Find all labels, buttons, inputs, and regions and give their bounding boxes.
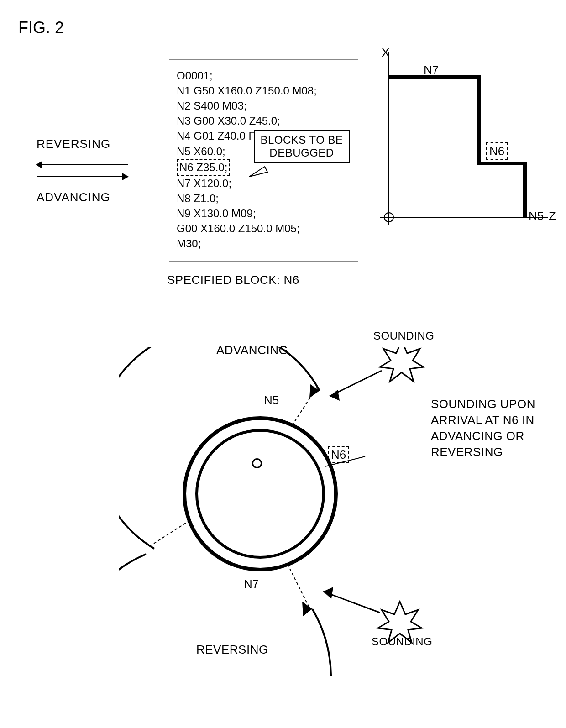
dial-advancing-label: ADVANCING bbox=[216, 343, 288, 357]
code-line: N3 G00 X30.0 Z45.0; bbox=[177, 113, 351, 128]
plot-n6: N6 bbox=[486, 142, 508, 160]
xz-plot: X Z N7 N5 N6 bbox=[373, 46, 556, 237]
code-line: N9 X130.0 M09; bbox=[177, 206, 351, 221]
svg-line-6 bbox=[152, 520, 190, 545]
arrows-block: REVERSING ADVANCING bbox=[37, 137, 128, 214]
x-axis-label: X bbox=[382, 46, 389, 60]
sounding-bottom: SOUNDING bbox=[372, 635, 431, 648]
plot-n7: N7 bbox=[424, 63, 439, 77]
advancing-label: ADVANCING bbox=[37, 190, 128, 204]
callout-tail-icon bbox=[249, 166, 269, 184]
code-line: N1 G50 X160.0 Z150.0 M08; bbox=[177, 83, 351, 98]
code-line: M30; bbox=[177, 236, 351, 251]
figure-label: FIG. 2 bbox=[18, 18, 64, 37]
code-line: O0001; bbox=[177, 68, 351, 83]
code-line: N8 Z1.0; bbox=[177, 191, 351, 206]
arrow-set bbox=[37, 160, 128, 181]
svg-marker-9 bbox=[380, 347, 424, 382]
arrow-right-icon bbox=[37, 172, 128, 181]
plot-svg bbox=[373, 46, 556, 237]
svg-line-5 bbox=[288, 564, 309, 606]
sounding-top: SOUNDING bbox=[373, 330, 433, 342]
dial-area: ADVANCING REVERSING N5 N7 N6 SOUNDING SO… bbox=[119, 347, 539, 676]
arrow-left-icon bbox=[37, 160, 128, 169]
dial-n5: N5 bbox=[264, 393, 279, 408]
dial-reversing-label: REVERSING bbox=[196, 643, 268, 657]
z-axis-label: Z bbox=[549, 209, 556, 223]
svg-marker-14 bbox=[323, 587, 333, 599]
sounding-note: SOUNDING UPON ARRIVAL AT N6 IN ADVANCING… bbox=[431, 396, 550, 460]
plot-n5: N5 bbox=[529, 209, 544, 223]
n6-highlight: N6 Z35.0; bbox=[177, 159, 230, 176]
debug-callout: BLOCKS TO BE DEBUGGED bbox=[254, 130, 350, 163]
reversing-label: REVERSING bbox=[37, 137, 128, 151]
dial-n6: N6 bbox=[328, 446, 349, 463]
code-line: N2 S400 M03; bbox=[177, 98, 351, 113]
specified-block-label: SPECIFIED BLOCK: N6 bbox=[167, 273, 299, 287]
svg-marker-8 bbox=[302, 602, 312, 616]
dial-n7: N7 bbox=[244, 577, 259, 591]
code-line: G00 X160.0 Z150.0 M05; bbox=[177, 221, 351, 236]
